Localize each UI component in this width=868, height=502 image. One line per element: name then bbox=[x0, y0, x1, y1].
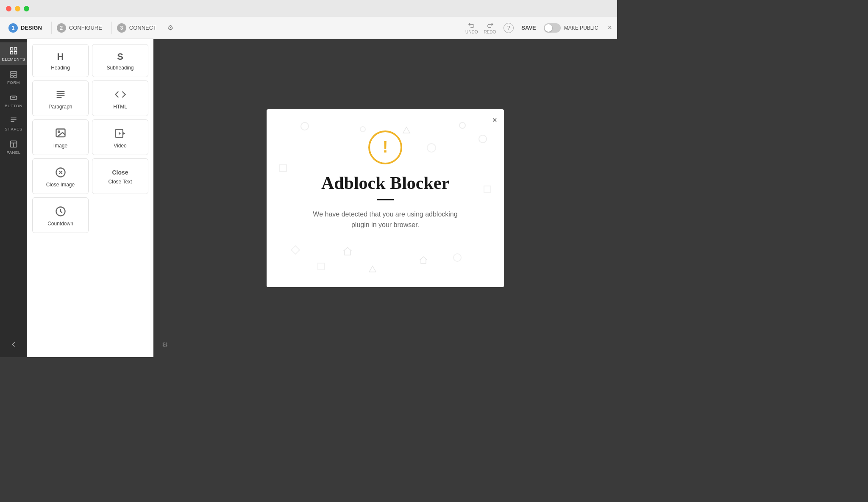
deco-shape bbox=[300, 122, 309, 130]
modal-body: We have detected that you are using adbl… bbox=[305, 209, 466, 230]
undo-button[interactable]: UNDO bbox=[465, 21, 478, 34]
deco-shape bbox=[479, 135, 487, 143]
svg-rect-7 bbox=[14, 76, 17, 77]
deco-shape bbox=[291, 245, 300, 255]
step-divider-2 bbox=[111, 22, 112, 34]
paragraph-icon bbox=[55, 89, 67, 100]
back-arrow-icon bbox=[9, 340, 18, 349]
sidebar-form-label: FORM bbox=[7, 80, 20, 85]
svg-rect-1 bbox=[14, 48, 17, 50]
svg-marker-24 bbox=[119, 132, 121, 135]
save-button[interactable]: SAVE bbox=[521, 25, 536, 31]
sidebar-elements-label: ELEMENTS bbox=[2, 57, 25, 61]
window-close-button[interactable]: × bbox=[607, 23, 612, 32]
sidebar-item-panel[interactable]: PANEL bbox=[0, 136, 27, 158]
step-divider-1 bbox=[51, 22, 52, 34]
svg-rect-6 bbox=[11, 76, 14, 77]
element-tile-video[interactable]: Video bbox=[92, 119, 148, 155]
subheading-icon: S bbox=[117, 52, 123, 61]
sidebar-panel-label: PANEL bbox=[7, 150, 21, 155]
element-tile-close-image[interactable]: Close Image bbox=[32, 158, 89, 194]
element-tile-image[interactable]: Image bbox=[32, 119, 89, 155]
heading-label: Heading bbox=[51, 65, 70, 71]
countdown-icon bbox=[55, 205, 67, 217]
nav-step-configure[interactable]: 2 CONFIGURE bbox=[53, 17, 110, 39]
redo-button[interactable]: REDO bbox=[484, 21, 496, 34]
nav-step-connect[interactable]: 3 CONNECT bbox=[114, 17, 164, 39]
sidebar-item-elements[interactable]: ELEMENTS bbox=[0, 42, 27, 65]
element-tile-html[interactable]: HTML bbox=[92, 80, 148, 116]
close-text-top-label: Close bbox=[112, 169, 128, 175]
modal-title: Adblock Blocker bbox=[321, 173, 449, 193]
modal-overlay: × ! Adblock Blocker We have detected tha… bbox=[153, 39, 617, 357]
element-tile-countdown[interactable]: Countdown bbox=[32, 197, 89, 233]
modal-close-button[interactable]: × bbox=[492, 115, 497, 125]
step-label-design: DESIGN bbox=[21, 25, 42, 31]
close-image-label: Close Image bbox=[46, 182, 75, 188]
make-public-toggle-wrap: MAKE PUBLIC bbox=[544, 23, 598, 33]
element-tile-heading[interactable]: H Heading bbox=[32, 44, 89, 77]
sidebar-item-button[interactable]: BUTTON bbox=[0, 89, 27, 111]
exclamation-mark: ! bbox=[383, 139, 388, 155]
svg-rect-0 bbox=[11, 48, 13, 50]
svg-rect-3 bbox=[14, 52, 17, 54]
step-num-2: 2 bbox=[57, 23, 66, 33]
deco-shape bbox=[360, 126, 366, 132]
traffic-light-green[interactable] bbox=[24, 6, 29, 11]
elements-icon bbox=[9, 47, 18, 55]
sidebar-shapes-label: SHAPES bbox=[5, 127, 22, 131]
image-icon bbox=[55, 128, 67, 139]
step-num-3: 3 bbox=[117, 23, 126, 33]
sidebar-item-form[interactable]: FORM bbox=[0, 66, 27, 88]
deco-shape bbox=[427, 143, 436, 153]
panel-icon bbox=[9, 140, 18, 148]
traffic-light-red[interactable] bbox=[6, 6, 11, 11]
image-label: Image bbox=[53, 143, 67, 149]
make-public-toggle[interactable] bbox=[544, 23, 561, 33]
top-nav: 1 DESIGN 2 CONFIGURE 3 CONNECT ⚙ UNDO bbox=[0, 17, 617, 39]
settings-gear-icon[interactable]: ⚙ bbox=[167, 24, 173, 32]
close-image-icon bbox=[55, 166, 67, 178]
element-tile-subheading[interactable]: S Subheading bbox=[92, 44, 148, 77]
svg-point-21 bbox=[58, 131, 60, 133]
nav-steps: 1 DESIGN 2 CONFIGURE 3 CONNECT bbox=[5, 17, 164, 39]
paragraph-label: Paragraph bbox=[48, 104, 72, 110]
svg-marker-31 bbox=[369, 266, 376, 272]
nav-step-design[interactable]: 1 DESIGN bbox=[5, 17, 50, 39]
sidebar-icons: ELEMENTS FORM BUTTON SHAPES bbox=[0, 39, 27, 357]
video-icon bbox=[114, 128, 126, 139]
undo-redo-group: UNDO REDO bbox=[465, 21, 496, 34]
deco-shape bbox=[419, 256, 428, 266]
toggle-knob bbox=[545, 24, 552, 32]
heading-icon: H bbox=[57, 52, 64, 61]
deco-shape bbox=[343, 247, 352, 258]
sidebar-back-button[interactable] bbox=[0, 336, 27, 352]
element-tile-paragraph[interactable]: Paragraph bbox=[32, 80, 89, 116]
elements-panel: H Heading S Subheading Paragraph HTML bbox=[27, 39, 153, 357]
deco-shape bbox=[317, 263, 325, 270]
html-label: HTML bbox=[113, 104, 127, 110]
undo-label: UNDO bbox=[465, 30, 478, 34]
step-label-connect: CONNECT bbox=[129, 25, 156, 31]
redo-icon bbox=[486, 21, 494, 29]
step-label-configure: CONFIGURE bbox=[69, 25, 102, 31]
sidebar-button-label: BUTTON bbox=[5, 103, 22, 108]
html-icon bbox=[114, 89, 126, 100]
redo-label: REDO bbox=[484, 30, 496, 34]
form-icon bbox=[9, 70, 18, 78]
modal-warning-icon: ! bbox=[368, 130, 402, 164]
close-text-label: Close Text bbox=[108, 179, 132, 185]
step-num-1: 1 bbox=[8, 23, 18, 33]
deco-shape bbox=[368, 265, 377, 275]
deco-shape bbox=[484, 186, 491, 193]
svg-marker-29 bbox=[344, 247, 351, 255]
deco-shape bbox=[402, 126, 411, 136]
title-bar bbox=[0, 0, 617, 17]
help-button[interactable]: ? bbox=[504, 23, 514, 33]
element-tile-close-text[interactable]: Close Close Text bbox=[92, 158, 148, 194]
nav-right: UNDO REDO ? SAVE MAKE PUBLIC × bbox=[465, 21, 612, 34]
button-icon bbox=[9, 93, 18, 102]
sidebar-item-shapes[interactable]: SHAPES bbox=[0, 112, 27, 135]
subheading-label: Subheading bbox=[106, 65, 134, 71]
traffic-light-yellow[interactable] bbox=[15, 6, 20, 11]
